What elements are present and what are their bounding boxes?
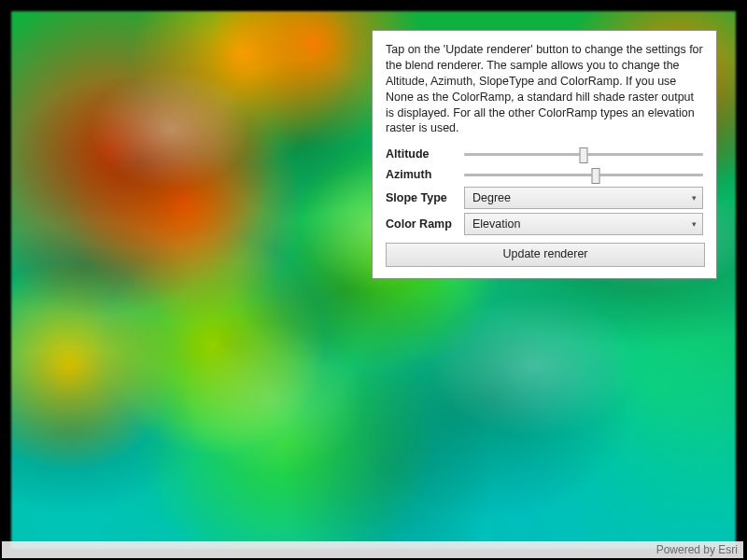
azimuth-slider-thumb[interactable] <box>591 168 599 184</box>
altitude-row: Altitude <box>386 146 703 162</box>
color-ramp-label: Color Ramp <box>386 217 455 231</box>
altitude-slider-thumb[interactable] <box>580 147 588 163</box>
update-renderer-button[interactable]: Update renderer <box>386 243 705 267</box>
slope-type-row: Slope Type Degree ▾ <box>386 187 703 209</box>
chevron-down-icon: ▾ <box>692 193 697 203</box>
altitude-label: Altitude <box>386 147 455 161</box>
slope-type-value: Degree <box>472 191 511 204</box>
azimuth-slider[interactable] <box>464 166 703 183</box>
color-ramp-dropdown[interactable]: Elevation ▾ <box>464 213 703 235</box>
azimuth-row: Azimuth <box>386 166 703 183</box>
azimuth-label: Azimuth <box>386 168 455 181</box>
color-ramp-row: Color Ramp Elevation ▾ <box>386 213 703 235</box>
altitude-slider[interactable] <box>464 146 703 162</box>
map-attribution: Powered by Esri <box>2 541 743 558</box>
app-frame: Powered by Esri Tap on the 'Update rende… <box>0 0 747 560</box>
color-ramp-value: Elevation <box>472 217 520 231</box>
slope-type-dropdown[interactable]: Degree ▾ <box>464 187 703 209</box>
settings-panel: Tap on the 'Update renderer' button to c… <box>372 30 717 279</box>
instructions-text: Tap on the 'Update renderer' button to c… <box>386 42 703 136</box>
slope-type-label: Slope Type <box>386 191 455 204</box>
slider-track <box>464 174 703 176</box>
chevron-down-icon: ▾ <box>692 219 697 229</box>
